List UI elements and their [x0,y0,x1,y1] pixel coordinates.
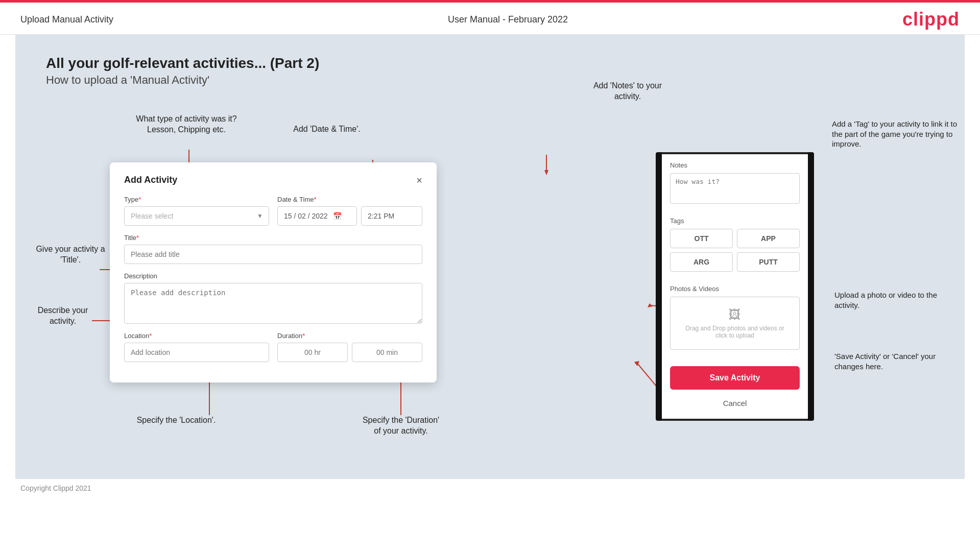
logo: clippd [902,9,960,30]
type-select[interactable]: Please select [124,206,269,226]
annotation-save: 'Save Activity' or 'Cancel' your changes… [834,351,960,371]
type-label: Type* [124,196,269,203]
section-title: All your golf-relevant activities... (Pa… [46,55,934,71]
annotation-location: Specify the 'Location'. [125,415,227,426]
copyright: Copyright Clippd 2021 [20,484,91,492]
photo-drop-text: Drag and Drop photos and videos or click… [681,325,789,339]
description-label: Description [124,272,422,280]
annotation-datetime: Add 'Date & Time'. [281,124,373,135]
svg-marker-21 [634,361,639,366]
tag-putt[interactable]: PUTT [737,252,800,272]
tag-ott[interactable]: OTT [670,229,733,248]
annotation-title: Give your activity a 'Title'. [35,244,106,266]
time-input[interactable]: 2:21 PM [361,206,422,226]
header: Upload Manual Activity User Manual - Feb… [0,3,980,35]
date-input[interactable]: 15 / 02 / 2022 📅 [277,206,357,226]
dialog-title: Add Activity [124,175,177,185]
tags-label: Tags [670,217,800,225]
title-input[interactable] [124,245,422,264]
tags-grid: OTT APP ARG PUTT [670,229,800,272]
section-subtitle: How to upload a 'Manual Activity' [46,74,934,87]
save-activity-button[interactable]: Save Activity [670,366,800,390]
annotation-tag: Add a 'Tag' to your activity to link it … [832,119,957,149]
svg-marker-15 [544,170,548,175]
photo-drop-zone[interactable]: 🖼 Drag and Drop photos and videos or cli… [670,297,800,350]
svg-marker-19 [648,303,653,307]
location-input[interactable] [124,343,269,362]
annotation-describe: Describe youractivity. [30,305,96,327]
tag-app[interactable]: APP [737,229,800,248]
photo-icon: 🖼 [681,307,789,322]
footer: Copyright Clippd 2021 [0,479,980,497]
close-button[interactable]: × [416,175,422,185]
datetime-label: Date & Time* [277,196,422,203]
add-activity-dialog: Add Activity × Type* Please select [110,162,437,382]
duration-label: Duration* [277,332,422,340]
cancel-button[interactable]: Cancel [670,395,800,412]
phone-panel: Notes Tags OTT APP ARG PUTT Photos & Vid… [656,152,814,421]
main-content: All your golf-relevant activities... (Pa… [15,35,965,479]
notes-input[interactable] [670,173,800,204]
annotation-photo: Upload a photo or video to the activity. [834,290,960,310]
duration-hr-input[interactable] [277,343,348,362]
annotation-notes: Add 'Notes' to youractivity. [577,81,679,102]
tag-arg[interactable]: ARG [670,252,733,272]
manual-title: User Manual - February 2022 [448,14,568,25]
page-title: Upload Manual Activity [20,14,113,25]
photos-label: Photos & Videos [670,285,800,293]
notes-label: Notes [670,161,800,169]
description-input[interactable] [124,283,422,324]
title-field-label: Title* [124,234,422,242]
location-label: Location* [124,332,269,340]
annotation-activity-type: What type of activity was it? Lesson, Ch… [135,114,237,135]
duration-min-input[interactable] [352,343,422,362]
annotation-duration: Specify the 'Duration'of your activity. [327,415,475,437]
